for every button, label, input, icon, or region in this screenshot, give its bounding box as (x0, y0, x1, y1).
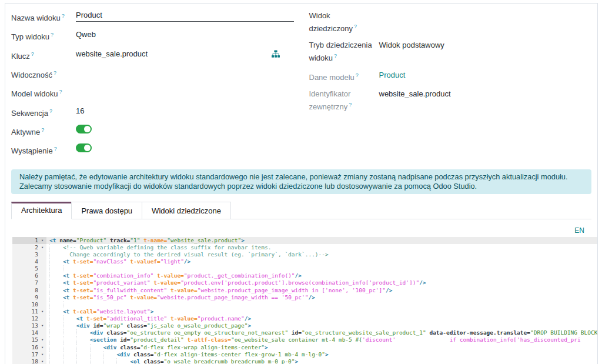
gutter-line-number[interactable]: 9 (12, 294, 46, 301)
help-icon[interactable]: ? (53, 70, 56, 76)
toggle-knob (84, 145, 91, 151)
code-line[interactable]: <t name="Product" track="1" t-name="webs… (46, 237, 597, 244)
key-value[interactable]: website_sale.product (76, 49, 148, 59)
tab-architektura[interactable]: Architektura (11, 202, 72, 219)
fold-caret-icon[interactable]: ▾ (38, 336, 46, 343)
fold-spacer (38, 279, 46, 286)
help-icon[interactable]: ? (31, 51, 34, 57)
active-toggle[interactable] (76, 125, 92, 133)
code-line[interactable]: <div class="oe_structure oe_empty oe_str… (46, 329, 597, 336)
gutter-line-number[interactable]: 8 (12, 287, 46, 294)
code-line[interactable]: <div class="d-flex align-items-center fl… (46, 351, 597, 358)
code-line[interactable]: <t t-set="product_variant" t-value="prod… (46, 279, 597, 286)
code-line[interactable]: <t t-set="navClass" t-valuef="light"/> (46, 258, 597, 265)
editor-row: 4<t t-set="navClass" t-valuef="light"/> (12, 258, 597, 265)
code-line[interactable]: <section id="product_detail" t-attf-clas… (46, 336, 597, 343)
applied-toggle[interactable] (76, 143, 92, 152)
sequence-value[interactable]: 16 (76, 105, 294, 116)
field-model: Model widoku? (11, 86, 294, 99)
sitemap-icon[interactable] (272, 50, 280, 58)
editor-row: 6<t t-set="combination_info" t-value="pr… (12, 272, 597, 279)
help-icon[interactable]: ? (49, 108, 52, 114)
view-type-value: Qweb (76, 29, 294, 40)
inherit-mode-value: Widok podstawowy (379, 39, 592, 51)
editor-row: 10 (12, 301, 597, 308)
help-icon[interactable]: ? (349, 102, 352, 108)
code-line[interactable]: <div id="wrap" class="js_sale o_wsale_pr… (46, 322, 597, 329)
code-line[interactable] (46, 301, 597, 308)
gutter-line-number[interactable]: 1▾ (12, 237, 46, 244)
fold-caret-icon[interactable]: ▾ (38, 358, 46, 364)
field-model-data: Dane modelu? Product (309, 69, 592, 83)
view-form: Nazwa widoku? Typ widoku? Qweb Klucz? we… (11, 10, 591, 162)
code-line[interactable]: <t t-set="combination_info" t-value="pro… (46, 272, 597, 279)
view-name-input[interactable] (76, 11, 294, 22)
help-icon[interactable]: ? (51, 32, 53, 38)
gutter-line-number[interactable]: 18▾ (12, 358, 46, 364)
editor-row: 1▾<t name="Product" track="1" t-name="we… (12, 237, 597, 244)
gutter-line-number[interactable]: 14 (12, 329, 46, 336)
help-icon[interactable]: ? (356, 72, 359, 78)
inherit-mode-label: Tryb dziedziczenia widoku (309, 41, 372, 62)
gutter-line-number[interactable]: 16▾ (12, 344, 46, 351)
help-icon[interactable]: ? (354, 24, 357, 29)
fold-spacer (38, 251, 46, 258)
code-line[interactable]: <t t-set="is_50_pc" t-value="website.pro… (46, 294, 597, 301)
code-line[interactable]: <t t-set="additional_title" t-value="pro… (46, 315, 597, 322)
tab-widoki-dziedziczone[interactable]: Widoki dziedziczone (142, 202, 231, 219)
code-line[interactable]: Change accordingly to the derired visual… (46, 251, 597, 258)
help-icon[interactable]: ? (62, 13, 65, 19)
field-active: Aktywne? (11, 124, 294, 138)
tab-prawa-dostępu[interactable]: Prawa dostępu (71, 202, 142, 219)
editor-row: 8<t t-set="is_fullwidth_content" t-value… (12, 287, 597, 294)
gutter-line-number[interactable]: 6 (12, 272, 46, 279)
code-editor[interactable]: 1▾<t name="Product" track="1" t-name="we… (12, 237, 597, 364)
editor-row: 16▾<div class="d-flex flex-wrap align-it… (12, 344, 597, 351)
fold-caret-icon[interactable]: ▾ (38, 237, 46, 244)
help-icon[interactable]: ? (54, 146, 57, 152)
gutter-line-number[interactable]: 11▾ (12, 308, 46, 315)
help-icon[interactable]: ? (59, 89, 62, 95)
fold-caret-icon[interactable]: ▾ (38, 244, 46, 251)
editor-row: 2▾<!-- Qweb variable defining the class … (12, 244, 597, 251)
fold-caret-icon[interactable]: ▾ (38, 308, 46, 315)
gutter-line-number[interactable]: 17▾ (12, 351, 46, 358)
code-line[interactable]: <t t-set="is_fullwidth_content" t-value=… (46, 287, 597, 294)
fold-caret-icon[interactable]: ▾ (38, 344, 46, 351)
code-line[interactable]: <t t-call="website.layout"> (46, 308, 597, 315)
help-icon[interactable]: ? (334, 53, 337, 59)
code-line[interactable]: <ol class="o_wsale_breadcrumb breadcrumb… (46, 358, 597, 364)
gutter-line-number[interactable]: 4 (12, 258, 46, 265)
gutter-line-number[interactable]: 2▾ (12, 244, 46, 251)
external-id-value: website_sale.product (379, 88, 592, 99)
language-badge[interactable]: EN (574, 226, 584, 235)
field-key: Klucz? website_sale.product (11, 48, 294, 62)
fold-spacer (38, 265, 46, 272)
code-line[interactable] (46, 265, 597, 272)
form-sheet: Nazwa widoku? Typ widoku? Qweb Klucz? we… (5, 3, 598, 364)
editor-lines: 1▾<t name="Product" track="1" t-name="we… (12, 237, 597, 364)
warning-line-2: Zalecamy stosowanie modyfikacji do widok… (19, 182, 583, 191)
gutter-line-number[interactable]: 12 (12, 315, 46, 322)
editor-row: 11▾<t t-call="website.layout"> (12, 308, 597, 315)
editor-row: 5 (12, 265, 597, 272)
model-value[interactable] (76, 86, 294, 86)
gutter-line-number[interactable]: 13▾ (12, 322, 46, 329)
editor-row: 7<t t-set="product_variant" t-value="pro… (12, 279, 597, 286)
model-data-link[interactable]: Product (379, 70, 406, 81)
field-applied: Wystąpienie? (11, 143, 294, 156)
gutter-line-number[interactable]: 7 (12, 279, 46, 286)
code-line[interactable]: <div class="d-flex flex-wrap align-items… (46, 344, 597, 351)
gutter-line-number[interactable]: 3 (12, 251, 46, 258)
fold-caret-icon[interactable]: ▾ (38, 351, 46, 358)
editor-row: 13▾<div id="wrap" class="js_sale o_wsale… (12, 322, 597, 329)
gutter-line-number[interactable]: 5 (12, 265, 46, 272)
help-icon[interactable]: ? (41, 127, 44, 133)
visibility-value[interactable] (76, 67, 294, 68)
gutter-line-number[interactable]: 15▾ (12, 336, 46, 343)
fold-caret-icon[interactable]: ▾ (38, 322, 46, 329)
applied-label: Wystąpienie (11, 147, 53, 156)
inherited-view-value[interactable] (379, 10, 592, 11)
code-line[interactable]: <!-- Qweb variable defining the class su… (46, 244, 597, 251)
gutter-line-number[interactable]: 10 (12, 301, 46, 308)
